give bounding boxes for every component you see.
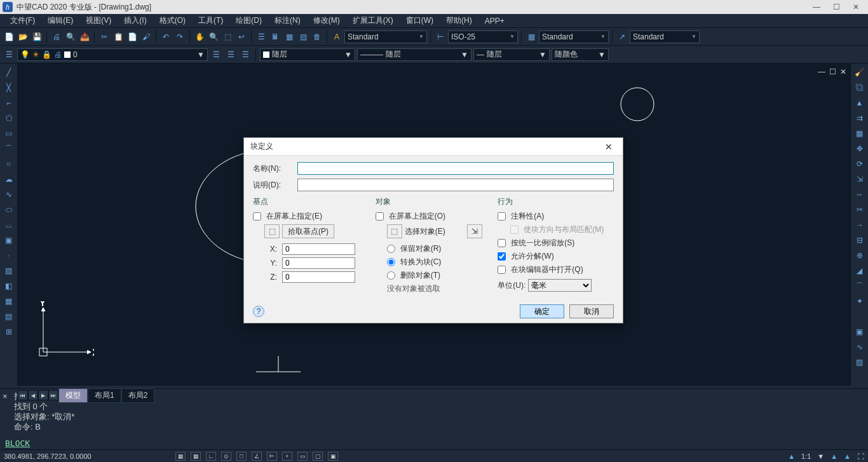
menu-insert[interactable]: 插入(I) bbox=[118, 14, 153, 27]
hatch-edit-icon[interactable]: ▨ bbox=[853, 356, 866, 369]
undo-icon[interactable]: ↶ bbox=[159, 31, 172, 43]
close-icon[interactable]: ✕ bbox=[853, 3, 859, 11]
chamfer-icon[interactable]: ◢ bbox=[853, 264, 866, 277]
ellipse-icon[interactable]: ⬭ bbox=[3, 203, 15, 216]
polygon-icon[interactable]: ⬠ bbox=[3, 112, 15, 125]
allow-checkbox[interactable] bbox=[498, 252, 506, 261]
dim-style-icon[interactable]: ⊢ bbox=[434, 31, 447, 43]
menu-view[interactable]: 视图(V) bbox=[79, 14, 118, 27]
ellipse-arc-icon[interactable]: ⌓ bbox=[3, 219, 15, 231]
lwt-toggle[interactable]: ⊢ bbox=[267, 452, 277, 461]
calc-icon[interactable]: 🖩 bbox=[269, 31, 281, 43]
print-icon[interactable]: 🖨 bbox=[50, 31, 63, 43]
select-obj-icon[interactable]: ⬚ bbox=[387, 224, 402, 238]
redo-icon[interactable]: ↷ bbox=[173, 31, 186, 43]
revcloud-icon[interactable]: ☁ bbox=[3, 173, 15, 186]
stretch-icon[interactable]: ↔ bbox=[853, 188, 866, 201]
layer-combo[interactable]: 💡☀🔒🖨 0▼ bbox=[17, 48, 208, 61]
menu-tools[interactable]: 工具(T) bbox=[192, 14, 229, 27]
cmdline-close-icon[interactable]: × bbox=[3, 391, 8, 401]
circle-icon[interactable]: ○ bbox=[3, 158, 15, 170]
minimize-icon[interactable]: — bbox=[813, 3, 820, 11]
mleader-style-combo[interactable]: Standard▼ bbox=[630, 31, 700, 43]
arc-icon[interactable]: ⌒ bbox=[3, 142, 15, 155]
grid-toggle[interactable]: ▦ bbox=[175, 452, 186, 461]
maximize-icon[interactable]: ☐ bbox=[833, 3, 840, 11]
menu-help[interactable]: 帮助(H) bbox=[440, 14, 478, 27]
sc-toggle[interactable]: ▣ bbox=[328, 452, 338, 461]
offset-icon[interactable]: ⇉ bbox=[853, 112, 866, 125]
desc-input[interactable] bbox=[297, 179, 614, 191]
polar-toggle[interactable]: ⊙ bbox=[221, 452, 231, 461]
color-combo[interactable]: 随层▼ bbox=[260, 48, 355, 61]
layer-on-icon[interactable]: ☰ bbox=[239, 48, 252, 61]
fullscreen-icon[interactable]: ⛶ bbox=[857, 452, 864, 460]
cut-icon[interactable]: ✂ bbox=[98, 31, 111, 43]
plotstyle-combo[interactable]: 随颜色▼ bbox=[552, 48, 609, 61]
paste-icon[interactable]: 📄 bbox=[126, 31, 139, 43]
ok-button[interactable]: 确定 bbox=[520, 304, 564, 318]
pick-point-button[interactable]: 拾取基点(P) bbox=[282, 224, 334, 238]
spline-icon[interactable]: ∿ bbox=[3, 188, 15, 201]
anno-scale-icon[interactable]: ▲ bbox=[788, 452, 795, 460]
tab-first-icon[interactable]: ⏮ bbox=[18, 390, 28, 400]
poly-edit-icon[interactable]: ▣ bbox=[853, 325, 866, 338]
pline-icon[interactable]: ⌐ bbox=[3, 97, 15, 109]
unit-select[interactable]: 毫米 bbox=[528, 279, 592, 292]
table-icon[interactable]: ▤ bbox=[3, 310, 15, 323]
model-toggle[interactable]: ▭ bbox=[297, 452, 308, 461]
save-icon[interactable]: 💾 bbox=[31, 31, 43, 43]
table-style-icon[interactable]: ▦ bbox=[525, 31, 538, 43]
qp-toggle[interactable]: ▢ bbox=[313, 452, 323, 461]
tab-model[interactable]: 模型 bbox=[58, 388, 88, 403]
text-style-combo[interactable]: Standard▼ bbox=[344, 31, 427, 43]
trim-icon[interactable]: ✂ bbox=[853, 203, 866, 216]
obj-screen-checkbox[interactable] bbox=[376, 212, 384, 221]
zoom-win-icon[interactable]: ⬚ bbox=[221, 31, 234, 43]
tab-layout1[interactable]: 布局1 bbox=[88, 388, 121, 403]
convert-radio[interactable] bbox=[387, 258, 395, 266]
spline-edit-icon[interactable]: ∿ bbox=[853, 341, 866, 353]
block-icon[interactable]: ▣ bbox=[3, 234, 15, 247]
layer-state-icon[interactable]: ☰ bbox=[210, 48, 222, 61]
menu-edit[interactable]: 编辑(E) bbox=[41, 14, 79, 27]
props-icon[interactable]: ☰ bbox=[255, 31, 268, 43]
text-style-icon[interactable]: A bbox=[330, 31, 343, 43]
quick-select-icon[interactable]: ⇲ bbox=[467, 224, 482, 238]
text-icon[interactable]: ⊞ bbox=[3, 325, 15, 338]
openedit-checkbox[interactable] bbox=[498, 266, 506, 274]
clean-icon[interactable]: 🗑 bbox=[311, 31, 323, 43]
scale-display[interactable]: 1:1 bbox=[801, 452, 811, 460]
preview-icon[interactable]: 🔍 bbox=[64, 31, 77, 43]
retain-radio[interactable] bbox=[387, 245, 395, 253]
tab-prev-icon[interactable]: ◀ bbox=[28, 390, 38, 400]
x-input[interactable] bbox=[282, 243, 355, 255]
move-icon[interactable]: ✥ bbox=[853, 142, 866, 155]
zoom-prev-icon[interactable]: ↩ bbox=[235, 31, 248, 43]
dialog-close-icon[interactable]: ✕ bbox=[601, 140, 616, 153]
dim-style-combo[interactable]: ISO-25▼ bbox=[448, 31, 518, 43]
copy-obj-icon[interactable]: ⿻ bbox=[853, 81, 866, 94]
pick-point-icon[interactable]: ⬚ bbox=[264, 224, 280, 238]
menu-file[interactable]: 文件(F) bbox=[4, 14, 41, 27]
layer-props-icon[interactable]: ☰ bbox=[3, 48, 15, 61]
osnap-toggle[interactable]: □ bbox=[236, 452, 247, 461]
menu-window[interactable]: 窗口(W) bbox=[400, 14, 440, 27]
xline-icon[interactable]: ╳ bbox=[3, 81, 15, 94]
canvas-max-icon[interactable]: ☐ bbox=[829, 67, 836, 76]
tab-last-icon[interactable]: ⏭ bbox=[48, 390, 58, 400]
line-icon[interactable]: ╱ bbox=[3, 66, 15, 79]
delete-radio[interactable] bbox=[387, 271, 395, 280]
publish-icon[interactable]: 📤 bbox=[78, 31, 91, 43]
zoom-icon[interactable]: 🔍 bbox=[207, 31, 220, 43]
fillet-icon[interactable]: ⌒ bbox=[853, 280, 866, 292]
explode-icon[interactable]: ✦ bbox=[853, 295, 866, 308]
pan-icon[interactable]: ✋ bbox=[193, 31, 206, 43]
uniform-checkbox[interactable] bbox=[498, 239, 506, 247]
array-icon[interactable]: ▦ bbox=[853, 127, 866, 140]
gradient-icon[interactable]: ◧ bbox=[3, 280, 15, 292]
menu-app[interactable]: APP+ bbox=[478, 15, 511, 27]
dyn-toggle[interactable]: + bbox=[282, 452, 292, 461]
erase-icon[interactable]: 🧹 bbox=[853, 66, 866, 79]
hatch-icon[interactable]: ▨ bbox=[3, 264, 15, 277]
